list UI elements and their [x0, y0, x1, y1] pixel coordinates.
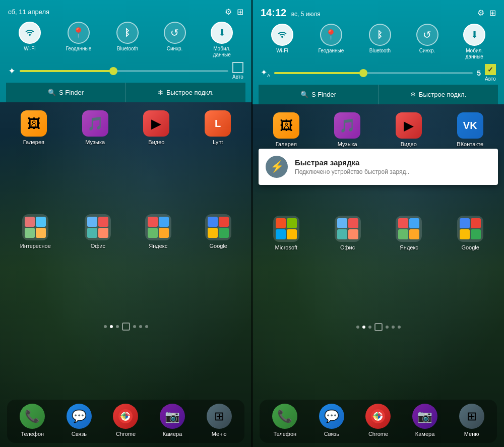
- auto-checkbox-2[interactable]: ✓: [485, 64, 496, 75]
- dock-chrome-1[interactable]: Chrome: [113, 404, 138, 437]
- toggle-label-geo-2: Геоданные: [318, 48, 344, 54]
- toggle-geo-1[interactable]: 📍 Геоданные: [66, 22, 91, 58]
- camera-dock-icon-2: 📷: [412, 404, 437, 429]
- dock-camera-1[interactable]: 📷 Камера: [160, 404, 185, 437]
- app-row-1-1: 🖼 Галерея 🎵 Музыка ▶ Видео L Lynt: [6, 110, 245, 145]
- settings-icon-2[interactable]: ⚙: [477, 8, 484, 18]
- bluetooth-icon-1: ᛒ: [124, 28, 130, 38]
- toggle-bluetooth-2[interactable]: ᛒ Bluetooth: [369, 24, 391, 60]
- folder-office-label-1: Офис: [91, 243, 105, 249]
- toggle-wifi-1[interactable]: Wi-Fi: [19, 22, 41, 58]
- folder-microsoft-2[interactable]: Microsoft: [273, 216, 299, 250]
- sfinder-button-2[interactable]: 🔍 S Finder: [259, 85, 379, 104]
- folder-interesting-1[interactable]: Интересное: [20, 214, 51, 249]
- notif-text-2: Быстрая зарядка Подключено устройство бы…: [295, 158, 491, 175]
- toggle-sync-2[interactable]: ↺ Синхр.: [416, 24, 438, 60]
- brightness-track-2: [274, 72, 473, 74]
- dock-connect-1[interactable]: 💬 Связь: [67, 404, 92, 437]
- lynt-label-1: Lynt: [213, 139, 223, 145]
- dock-phone-1[interactable]: 📞 Телефон: [20, 404, 45, 437]
- settings-icon-1[interactable]: ⚙: [225, 7, 232, 17]
- folder-office-1[interactable]: Офис: [85, 214, 111, 249]
- toggle-circle-bt-1: ᛒ: [116, 22, 139, 44]
- home-button-2[interactable]: [374, 323, 383, 331]
- app-gallery-2[interactable]: 🖼 Галерея: [273, 112, 299, 147]
- video-icon-2: ▶: [396, 112, 422, 139]
- quickconnect-button-2[interactable]: ❄ Быстрое подкл.: [379, 85, 498, 104]
- folder-office-2[interactable]: Офис: [335, 216, 361, 250]
- music-label-2: Музыка: [338, 141, 357, 147]
- app-lynt-1[interactable]: L Lynt: [205, 110, 231, 145]
- toggle-mobile-1[interactable]: ⬇ Мобил.данные: [211, 22, 233, 58]
- toggle-label-bt-2: Bluetooth: [369, 48, 391, 54]
- toggle-circle-wifi-2: [271, 24, 293, 46]
- music-icon-1: 🎵: [82, 110, 108, 137]
- app-music-2[interactable]: 🎵 Музыка: [334, 112, 360, 147]
- folder-google-label-1: Google: [210, 243, 227, 249]
- status-time-date-2: 14:12 вс, 5 июля: [261, 7, 321, 19]
- toggle-mobile-2[interactable]: ⬇ Мобил.данные: [463, 24, 485, 60]
- dot-2-1: [110, 325, 113, 328]
- dock-connect-label-2: Связь: [324, 431, 339, 437]
- dock-phone-label-2: Телефон: [273, 431, 296, 437]
- video-label-1: Видео: [148, 139, 164, 145]
- gallery-label-2: Галерея: [276, 141, 297, 147]
- toggle-circle-mobile-1: ⬇: [211, 22, 233, 44]
- dock-chrome-2[interactable]: Chrome: [365, 404, 391, 437]
- dock-connect-label-1: Связь: [72, 431, 87, 437]
- sync-icon-2: ↺: [423, 29, 431, 41]
- toggle-bluetooth-1[interactable]: ᛒ Bluetooth: [116, 22, 139, 58]
- dock-menu-1[interactable]: ⊞ Меню: [207, 404, 232, 437]
- folder-google-1[interactable]: Google: [205, 214, 231, 249]
- brightness-slider-1[interactable]: [20, 70, 228, 72]
- auto-checkbox-1[interactable]: [232, 62, 243, 73]
- notification-card-2[interactable]: ⚡ Быстрая зарядка Подключено устройство …: [259, 149, 498, 185]
- app-video-2[interactable]: ▶ Видео: [396, 112, 422, 147]
- toggle-circle-geo-2: 📍: [320, 24, 342, 46]
- toggle-wifi-2[interactable]: Wi-Fi: [271, 24, 293, 60]
- folder-yandex-2[interactable]: Яндекс: [396, 216, 422, 250]
- grid-icon-1[interactable]: ⊞: [237, 7, 243, 17]
- toggle-label-mobile-1: Мобил.данные: [213, 46, 231, 58]
- toggle-circle-sync-1: ↺: [164, 22, 186, 44]
- notif-desc-2: Подключено устройство быстрой заряд..: [295, 168, 491, 175]
- brightness-slider-2[interactable]: [274, 72, 473, 74]
- page-dots-2: [259, 319, 498, 335]
- dock-1: 📞 Телефон 💬 Связь Ch: [7, 400, 244, 443]
- quickconnect-button-1[interactable]: ❄ Быстрое подкл.: [126, 83, 245, 102]
- dock-menu-2[interactable]: ⊞ Меню: [459, 404, 484, 437]
- grid-icon-2[interactable]: ⊞: [489, 8, 496, 18]
- toggle-geo-2[interactable]: 📍 Геоданные: [318, 24, 344, 60]
- toggle-label-bt-1: Bluetooth: [117, 46, 138, 52]
- phone-dock-icon-2: 📞: [272, 404, 297, 429]
- toggle-label-wifi-2: Wi-Fi: [276, 48, 288, 54]
- notification-panel-2: 14:12 вс, 5 июля ⚙ ⊞ Wi-Fi: [253, 0, 504, 104]
- notif-icon-circle-2: ⚡: [266, 156, 288, 178]
- status-bar-1: сб, 11 апреля ⚙ ⊞: [6, 4, 245, 19]
- app-vk-2[interactable]: VK ВКонтакте: [457, 112, 483, 147]
- search-row-2: 🔍 S Finder ❄ Быстрое подкл.: [259, 85, 498, 104]
- toggle-label-sync-1: Синхр.: [167, 46, 183, 52]
- status-time-2: 14:12: [261, 7, 286, 18]
- notif-title-2: Быстрая зарядка: [295, 158, 491, 167]
- app-gallery-1[interactable]: 🖼 Галерея: [21, 110, 47, 145]
- toggle-label-sync-2: Синхр.: [419, 48, 435, 54]
- mobile-icon-1: ⬇: [218, 27, 226, 38]
- quickconnect-icon-1: ❄: [158, 89, 163, 96]
- brightness-fill-1: [20, 70, 113, 72]
- sfinder-button-1[interactable]: 🔍 S Finder: [6, 83, 126, 102]
- dock-connect-2[interactable]: 💬 Связь: [319, 404, 344, 437]
- search-row-1: 🔍 S Finder ❄ Быстрое подкл.: [6, 83, 245, 102]
- home-button-1[interactable]: [122, 323, 130, 331]
- dock-menu-label-2: Меню: [464, 431, 479, 437]
- dock-camera-2[interactable]: 📷 Камера: [412, 404, 437, 437]
- folder-google-2[interactable]: Google: [457, 216, 483, 250]
- dock-phone-2[interactable]: 📞 Телефон: [272, 404, 297, 437]
- sfinder-icon-1: 🔍: [48, 89, 56, 96]
- app-video-1[interactable]: ▶ Видео: [143, 110, 169, 145]
- toggle-sync-1[interactable]: ↺ Синхр.: [164, 22, 186, 58]
- app-music-1[interactable]: 🎵 Музыка: [82, 110, 108, 145]
- folder-yandex-1[interactable]: Яндекс: [145, 214, 171, 249]
- menu-dock-icon-2: ⊞: [459, 404, 484, 429]
- dot-4-2: [386, 326, 389, 329]
